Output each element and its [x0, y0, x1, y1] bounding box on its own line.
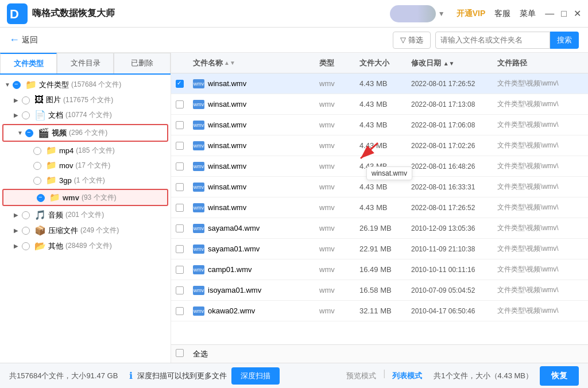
row-checkbox-wrap[interactable]: [176, 266, 193, 274]
close-button[interactable]: ✕: [574, 8, 581, 19]
restore-button[interactable]: 恢复: [540, 366, 579, 386]
tree-item-mp4[interactable]: 📁 mp4 (185 个文件): [0, 143, 171, 158]
wmv-file-icon: wmv: [193, 224, 204, 233]
tab-file-dir[interactable]: 文件目录: [57, 53, 114, 73]
audio-radio: [22, 211, 32, 220]
tree-item-other[interactable]: ▶ 📂 其他 (28489 个文件): [0, 238, 171, 254]
row-type: wmv: [319, 245, 359, 253]
row-size: 22.91 MB: [359, 245, 411, 253]
filter-button[interactable]: ▽ 筛选: [393, 32, 431, 49]
row-checkbox-wrap[interactable]: [176, 224, 193, 232]
row-checkbox-wrap[interactable]: [176, 121, 193, 129]
row-checkbox[interactable]: [176, 80, 184, 88]
row-checkbox[interactable]: [176, 266, 184, 274]
mp4-count: (185 个文件): [76, 146, 114, 156]
3gp-folder-icon: 📁: [46, 175, 57, 185]
list-mode-button[interactable]: 列表模式: [388, 368, 427, 383]
tree-item-image[interactable]: ▶ 🖼 图片 (117675 个文件): [0, 92, 171, 107]
row-checkbox[interactable]: [176, 183, 184, 191]
mp4-folder-icon: 📁: [46, 145, 57, 156]
vip-button[interactable]: 开通VIP: [457, 9, 486, 19]
minimize-button[interactable]: —: [545, 8, 554, 19]
root-count: (157684 个文件): [71, 80, 121, 90]
search-input[interactable]: [435, 32, 550, 49]
maximize-button[interactable]: □: [561, 8, 567, 19]
row-checkbox-wrap[interactable]: [176, 286, 193, 294]
row-path: 文件类型\视频\wmv\: [497, 182, 583, 192]
tab-deleted[interactable]: 已删除: [114, 53, 171, 73]
row-checkbox[interactable]: [176, 307, 184, 315]
row-name: wmv okawa02.wmv: [193, 306, 319, 316]
service-button[interactable]: 客服: [494, 9, 510, 19]
row-size: 4.43 MB: [359, 141, 411, 150]
wmv-label: wmv: [63, 193, 79, 202]
tree-item-doc[interactable]: ▶ 📄 文档 (10774 个文件): [0, 107, 171, 123]
all-select-checkbox[interactable]: [176, 349, 184, 357]
row-checkbox-wrap[interactable]: [176, 183, 193, 191]
row-size: 4.43 MB: [359, 121, 411, 129]
tree-item-mov[interactable]: 📁 mov (17 个文件): [0, 158, 171, 173]
audio-folder-icon: 🎵: [34, 209, 46, 220]
row-filename: winsat.wmv: [208, 203, 246, 212]
row-date: 2022-08-01 17:06:08: [411, 121, 497, 129]
row-checkbox-wrap[interactable]: [176, 307, 193, 315]
filename-tooltip: winsat.wmv: [366, 166, 412, 180]
row-type: wmv: [319, 203, 359, 212]
tree-item-audio[interactable]: ▶ 🎵 音频 (201 个文件): [0, 207, 171, 223]
row-checkbox-wrap[interactable]: [176, 245, 193, 253]
row-name: wmv winsat.wmv: [193, 203, 319, 212]
row-path: 文件类型\视频\wmv\: [497, 203, 583, 212]
row-checkbox-wrap[interactable]: [176, 80, 193, 88]
search-button[interactable]: 搜索: [550, 32, 579, 49]
row-size: 16.49 MB: [359, 265, 411, 274]
other-radio: [22, 242, 32, 251]
row-type: wmv: [319, 224, 359, 232]
zip-count: (249 个文件): [80, 226, 119, 235]
mov-count: (17 个文件): [76, 161, 111, 170]
row-checkbox[interactable]: [176, 224, 184, 232]
row-filename: winsat.wmv: [208, 121, 246, 129]
row-date: 2010-04-17 06:50:46: [411, 307, 497, 315]
deep-scan-button[interactable]: 深度扫描: [231, 367, 280, 385]
header-name[interactable]: 文件名称 ▲▼: [193, 58, 319, 68]
tree-item-wmv[interactable]: 📁 wmv (93 个文件): [2, 189, 168, 206]
row-checkbox[interactable]: [176, 245, 184, 253]
tab-file-type[interactable]: 文件类型: [0, 53, 57, 73]
row-checkbox[interactable]: [176, 286, 184, 294]
avatar-dropdown-icon[interactable]: ▼: [438, 10, 445, 18]
row-checkbox[interactable]: [176, 121, 184, 129]
tree-item-3gp[interactable]: 📁 3gp (1 个文件): [0, 173, 171, 188]
row-date: 2010-12-09 13:05:36: [411, 224, 497, 232]
row-checkbox-wrap[interactable]: [176, 142, 193, 150]
table-row: wmv winsat.wmv wmv 4.43 MB 2022-08-01 17…: [171, 197, 588, 218]
row-checkbox[interactable]: [176, 142, 184, 150]
svg-text:D: D: [10, 7, 19, 21]
row-date: 2022-08-01 16:48:26: [411, 162, 497, 170]
row-checkbox-wrap[interactable]: [176, 162, 193, 170]
row-type: wmv: [319, 100, 359, 108]
row-size: 32.11 MB: [359, 306, 411, 315]
row-checkbox[interactable]: [176, 162, 184, 170]
wmv-file-icon: wmv: [193, 286, 204, 295]
menu-button[interactable]: 菜单: [520, 9, 536, 19]
all-select-check-wrap[interactable]: [176, 349, 193, 359]
mov-label: mov: [59, 161, 74, 170]
row-name: wmv winsat.wmv: [193, 141, 319, 150]
tree-root[interactable]: ▼ 📁 文件类型 (157684 个文件): [0, 77, 171, 92]
all-select-label[interactable]: 全选: [193, 349, 208, 359]
table-row: wmv winsat.wmv wmv 4.43 MB 2022-08-01 17…: [171, 115, 588, 135]
row-checkbox-wrap[interactable]: [176, 204, 193, 212]
audio-count: (201 个文件): [65, 210, 104, 220]
wmv-file-icon: wmv: [193, 121, 204, 130]
tree-item-video[interactable]: ▼ 🎬 视频 (296 个文件): [2, 124, 168, 142]
row-size: 4.43 MB: [359, 79, 411, 88]
back-button[interactable]: ← 返回: [9, 34, 38, 46]
row-checkbox[interactable]: [176, 100, 184, 108]
toolbar: ← 返回 ▽ 筛选 搜索: [0, 28, 588, 53]
row-checkbox-wrap[interactable]: [176, 100, 193, 108]
table-row: wmv okawa02.wmv wmv 32.11 MB 2010-04-17 …: [171, 301, 588, 321]
back-arrow-icon: ←: [9, 34, 20, 46]
preview-mode-button[interactable]: 预览模式: [342, 368, 381, 383]
row-checkbox[interactable]: [176, 204, 184, 212]
tree-item-zip[interactable]: ▶ 📦 压缩文件 (249 个文件): [0, 223, 171, 238]
